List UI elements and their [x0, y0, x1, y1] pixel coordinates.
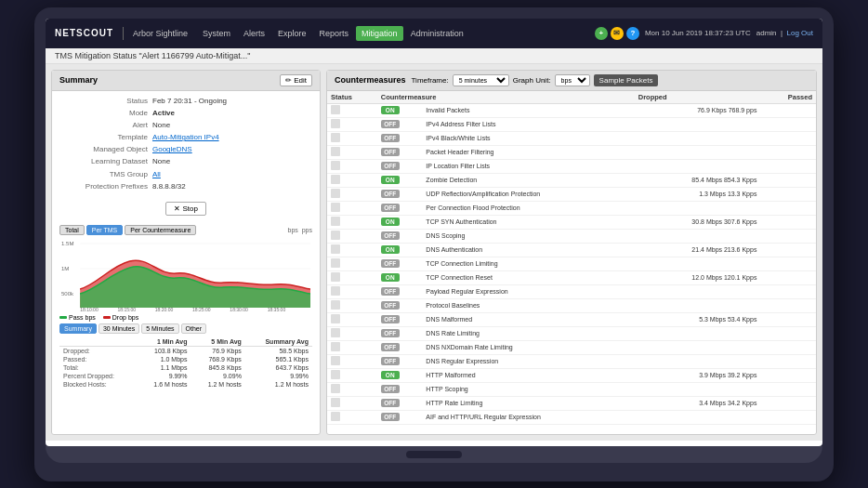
status-badge[interactable]: OFF [381, 413, 400, 421]
cm-status[interactable]: ON [377, 215, 423, 229]
cm-status[interactable]: OFF [377, 424, 423, 426]
status-badge[interactable]: OFF [381, 329, 400, 337]
status-badge[interactable]: OFF [381, 301, 400, 310]
time-tab-30min[interactable]: 30 Minutes [99, 323, 139, 334]
cm-status[interactable]: OFF [377, 117, 423, 131]
tab-per-countermeasure[interactable]: Per Countermeasure [125, 225, 196, 235]
graph-unit-label: Graph Unit: [513, 76, 551, 85]
nav-explore[interactable]: Explore [272, 26, 312, 41]
nav-alerts[interactable]: Alerts [238, 26, 270, 41]
cm-status[interactable]: OFF [377, 229, 423, 243]
tab-per-tms[interactable]: Per TMS [86, 225, 124, 235]
envelope-icon-btn[interactable]: ✉ [611, 27, 624, 40]
status-badge[interactable]: OFF [381, 190, 400, 198]
nav-administration[interactable]: Administration [405, 26, 469, 41]
cm-status[interactable]: OFF [377, 159, 423, 173]
timeframe-select[interactable]: 5 minutes 30 minutes 1 hour [453, 74, 509, 86]
edit-button[interactable]: ✏ Edit [280, 74, 312, 86]
legend-drop: Drop bps [103, 314, 138, 321]
cm-scroll[interactable]: Status Countermeasure Dropped Passed ONI… [327, 91, 816, 426]
col-passed: Passed [760, 91, 816, 104]
help-icon-btn[interactable]: ? [626, 27, 639, 40]
status-badge[interactable]: ON [381, 176, 400, 184]
cm-icon [331, 231, 340, 240]
nav-system[interactable]: System [197, 26, 236, 41]
status-badge[interactable]: ON [381, 106, 400, 114]
cm-status[interactable]: OFF [377, 354, 423, 368]
cm-status[interactable]: ON [377, 243, 423, 257]
time-tab-other[interactable]: Other [181, 323, 207, 334]
time-tab-5min[interactable]: 5 Minutes [141, 323, 178, 334]
tab-total[interactable]: Total [59, 225, 85, 235]
cm-dropped: 3.4 Mbps 34.2 Kpps [635, 396, 761, 410]
cm-status[interactable]: OFF [377, 340, 423, 354]
nav-reports[interactable]: Reports [314, 26, 355, 41]
chart-tabs: Total Per TMS Per Countermeasure bps pps [59, 225, 312, 235]
cm-status[interactable]: OFF [377, 145, 423, 159]
cm-row: ONInvalid Packets76.9 Kbps 768.9 pps [327, 103, 816, 117]
cm-row: OFFPer Connection Flood Protection [327, 201, 816, 215]
status-badge[interactable]: OFF [381, 287, 400, 296]
status-badge[interactable]: ON [381, 218, 400, 226]
template-label: Template [59, 132, 152, 142]
managed-value[interactable]: GoogleDNS [152, 144, 192, 154]
alert-label: Alert [59, 120, 152, 130]
username: admin [756, 29, 777, 37]
template-value[interactable]: Auto-Mitigation IPv4 [152, 132, 219, 142]
status-badge[interactable]: OFF [381, 357, 400, 365]
cm-status[interactable]: OFF [377, 410, 423, 424]
graph-unit-select[interactable]: bps pps [555, 74, 590, 86]
cm-status[interactable]: OFF [377, 382, 423, 396]
tms-value[interactable]: All [152, 169, 161, 179]
status-badge[interactable]: OFF [381, 385, 400, 393]
legend-pass: Pass bps [59, 314, 96, 321]
status-badge[interactable]: OFF [381, 162, 400, 170]
cm-status[interactable]: ON [377, 368, 423, 382]
status-badge[interactable]: OFF [381, 343, 400, 351]
status-badge[interactable]: ON [381, 273, 400, 282]
nav-mitigation[interactable]: Mitigation [356, 26, 403, 41]
time-tab-summary[interactable]: Summary [59, 323, 97, 334]
stats-label: Dropped: [59, 347, 137, 356]
timeframe-label: Timeframe: [412, 76, 449, 85]
cm-status[interactable]: ON [377, 270, 423, 284]
stats-value: 9.99% [245, 372, 312, 380]
status-badge[interactable]: OFF [381, 148, 400, 156]
summary-panel: Summary ✏ Edit Status Feb 7 20:31 - Ongo… [51, 70, 321, 435]
status-badge[interactable]: OFF [381, 399, 400, 407]
status-badge[interactable]: ON [381, 371, 400, 379]
cm-row: OFFHTTP Rate Limiting3.4 Mbps 34.2 Kpps [327, 396, 816, 410]
status-badge[interactable]: OFF [381, 259, 400, 268]
cm-dropped [635, 410, 761, 424]
status-badge[interactable]: OFF [381, 204, 400, 212]
chart-section: Total Per TMS Per Countermeasure bps pps… [52, 221, 320, 392]
cm-status[interactable]: OFF [377, 187, 423, 201]
cm-status[interactable]: ON [377, 173, 423, 187]
stats-row: Total:1.1 Mbps845.8 Kbps643.7 Kbps [59, 363, 312, 372]
cm-header: Countermeasures Timeframe: 5 minutes 30 … [327, 71, 816, 91]
cm-status[interactable]: OFF [377, 284, 423, 298]
cm-name: DNS NXDomain Rate Limiting [422, 340, 634, 354]
col-summary: Summary Avg [245, 337, 312, 347]
cm-status[interactable]: OFF [377, 298, 423, 312]
status-badge[interactable]: OFF [381, 315, 400, 323]
cm-name: DNS Regular Expression [422, 354, 634, 368]
cm-status[interactable]: OFF [377, 396, 423, 410]
logout-link[interactable]: Log Out [787, 29, 813, 37]
svg-text:18:10:00: 18:10:00 [80, 307, 99, 312]
cm-status[interactable]: ON [377, 103, 423, 117]
cm-status[interactable]: OFF [377, 326, 423, 340]
status-badge[interactable]: OFF [381, 120, 400, 128]
status-badge[interactable]: OFF [381, 134, 400, 142]
stop-button[interactable]: ✕ Stop [165, 202, 206, 216]
cm-status[interactable]: OFF [377, 312, 423, 326]
cm-status[interactable]: OFF [377, 131, 423, 145]
stats-row: Passed:1.0 Mbps768.9 Kbps565.1 Kbps [59, 355, 312, 363]
cm-status[interactable]: OFF [377, 201, 423, 215]
status-badge[interactable]: ON [381, 245, 400, 254]
plus-icon-btn[interactable]: + [595, 27, 608, 40]
cm-name: SSL Negotiation [422, 424, 634, 426]
status-badge[interactable]: OFF [381, 231, 400, 240]
sample-packets-button[interactable]: Sample Packets [594, 74, 659, 86]
cm-status[interactable]: OFF [377, 257, 423, 270]
